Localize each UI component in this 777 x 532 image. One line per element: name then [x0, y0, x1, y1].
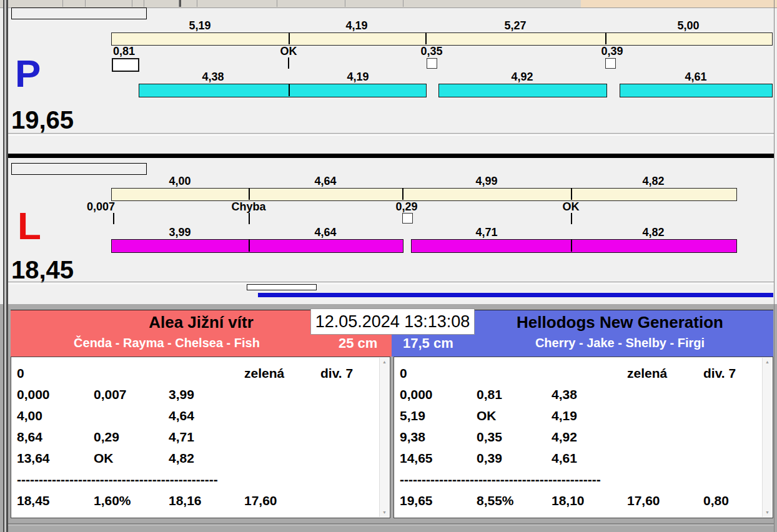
- top-strip-divider: [345, 0, 345, 7]
- top-strip-divider: [85, 0, 86, 7]
- results-separator: ----------------------------------------…: [400, 472, 640, 487]
- gate-label-l-2: Chyba: [231, 200, 265, 214]
- split-divider: [289, 32, 290, 44]
- result-cell: 0,007: [94, 387, 127, 402]
- result-cell: 0,80: [703, 493, 729, 508]
- section-divider-line: [8, 282, 774, 284]
- result-cell: 0: [400, 366, 407, 381]
- leg-label-l-1: 3,99: [169, 226, 191, 239]
- lane-letter-p: P: [15, 55, 41, 92]
- result-cell: OK: [477, 408, 497, 423]
- scrollbar[interactable]: ▲ ▼: [379, 358, 389, 517]
- top-strip-divider: [132, 0, 132, 7]
- lane-letter-l: L: [17, 207, 41, 245]
- split-divider: [605, 32, 606, 44]
- leg-label-p-2: 4,19: [347, 71, 369, 84]
- team-right-results-table[interactable]: 0 zelená div. 7 0,000 0,81 4,38 5,19 OK …: [393, 357, 773, 518]
- split-label-p-4: 5,00: [677, 19, 699, 32]
- leg-bar-p-1: [139, 84, 427, 97]
- scroll-up-icon[interactable]: ▲: [763, 358, 772, 367]
- result-cell: zelená: [244, 366, 284, 381]
- gate-tick-l-4: [571, 213, 572, 224]
- result-cell: 4,38: [552, 387, 577, 402]
- leg-divider: [571, 239, 572, 252]
- result-cell: 3,99: [169, 387, 194, 402]
- result-cell: 0,81: [477, 387, 502, 402]
- result-cell: div. 7: [703, 366, 736, 381]
- result-cell: 4,00: [17, 408, 42, 423]
- gate-label-l-3: 0,29: [395, 200, 417, 214]
- gate-tick-p: [288, 57, 289, 69]
- section-divider-line: [8, 133, 774, 135]
- result-cell: 19,65: [400, 493, 433, 508]
- result-cell: 1,60%: [94, 493, 131, 508]
- top-strip-tan-block: [581, 0, 777, 7]
- result-cell: 0,000: [400, 387, 433, 402]
- result-cell: 14,65: [400, 451, 433, 466]
- leg-label-l-3: 4,71: [475, 226, 497, 239]
- team-right-jump-height: 17,5 cm: [403, 335, 453, 352]
- split-label-l-3: 4,99: [475, 175, 497, 188]
- result-cell: 18,10: [552, 493, 585, 508]
- result-cell: 0: [17, 366, 24, 381]
- gate-status-box-p: [112, 58, 139, 72]
- start-lights-p: [11, 7, 147, 19]
- leg-label-l-2: 4,64: [314, 226, 336, 239]
- leg-divider: [249, 239, 250, 252]
- gate-tick-l-2: [249, 213, 250, 224]
- result-cell: 4,64: [169, 408, 194, 423]
- result-cell: 13,64: [17, 451, 50, 466]
- gate-checkbox-l-3[interactable]: [402, 213, 413, 224]
- split-bar-l: [111, 188, 737, 201]
- team-left-results-table[interactable]: 0 zelená div. 7 0,000 0,007 3,99 4,00 4,…: [11, 357, 390, 518]
- result-cell: 4,92: [552, 430, 577, 445]
- split-divider: [402, 188, 403, 200]
- split-bar-p: [111, 32, 773, 46]
- split-label-p-2: 4,19: [345, 19, 367, 32]
- gate-label-l-1: 0,007: [87, 200, 115, 214]
- result-cell: 18,16: [169, 493, 202, 508]
- top-strip-divider: [62, 0, 63, 7]
- top-strip-marker: [179, 0, 181, 7]
- result-cell: 17,60: [627, 493, 660, 508]
- lane-separator-bar: [7, 154, 774, 158]
- scrollbar[interactable]: ▲ ▼: [762, 358, 772, 517]
- scroll-down-icon[interactable]: ▼: [763, 508, 772, 517]
- gate-label-p-1: 0,81: [113, 45, 135, 58]
- split-label-p-1: 5,19: [189, 19, 210, 32]
- result-cell: 4,19: [552, 408, 577, 423]
- result-cell: 0,000: [17, 387, 50, 402]
- leg-bar-l-1: [111, 239, 403, 253]
- split-divider: [249, 188, 250, 200]
- lane-total-l: 18,45: [11, 257, 74, 282]
- scroll-down-icon[interactable]: ▼: [380, 508, 389, 517]
- progress-bar: [258, 293, 773, 297]
- gate-label-p-3: 0,35: [420, 45, 442, 58]
- split-divider: [425, 32, 427, 44]
- leg-bar-l-2: [411, 239, 737, 253]
- leg-label-l-4: 4,82: [642, 226, 664, 239]
- split-label-l-2: 4,64: [314, 175, 336, 188]
- result-cell: 4,82: [169, 451, 194, 466]
- timeline-marker-box[interactable]: [247, 284, 317, 290]
- team-left-jump-height: 25 cm: [339, 335, 377, 352]
- leg-label-p-3: 4,92: [511, 71, 533, 84]
- leg-label-p-1: 4,38: [202, 71, 224, 84]
- start-lights-l: [11, 163, 147, 175]
- split-label-l-4: 4,82: [642, 175, 664, 188]
- result-cell: 17,60: [244, 493, 277, 508]
- result-cell: 5,19: [400, 408, 425, 423]
- leg-divider: [289, 84, 290, 96]
- result-cell: 0,29: [94, 430, 119, 445]
- top-strip-divider: [277, 0, 277, 7]
- gate-checkbox-p-4[interactable]: [605, 58, 616, 69]
- result-cell: 0,39: [477, 451, 502, 466]
- top-strip-divider: [403, 0, 403, 7]
- datetime-box: 12.05.2024 13:13:08: [310, 308, 475, 335]
- window-left-frame: [3, 0, 8, 532]
- team-left-dogs: Čenda - Rayma - Chelsea - Fish: [11, 336, 323, 350]
- result-cell: 8,64: [17, 430, 42, 445]
- scroll-up-icon[interactable]: ▲: [380, 358, 389, 367]
- top-strip-divider: [197, 0, 197, 7]
- gate-checkbox-p-3[interactable]: [427, 58, 437, 69]
